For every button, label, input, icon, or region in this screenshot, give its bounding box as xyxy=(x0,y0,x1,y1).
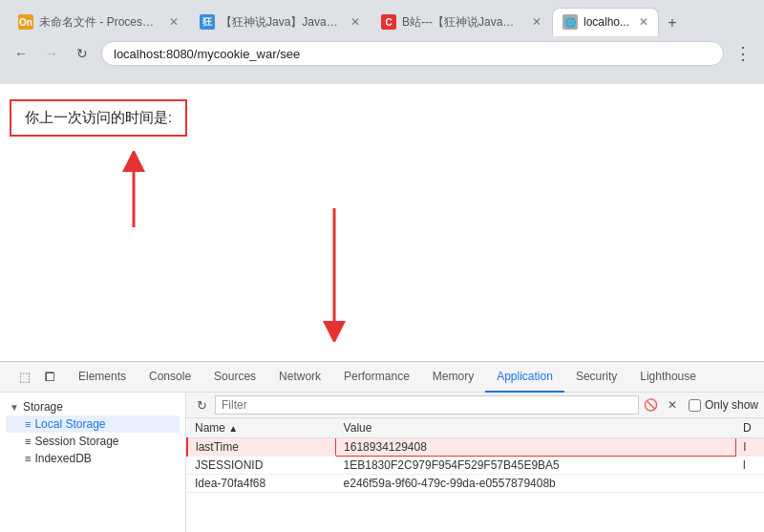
devtools-tab-lighthouse[interactable]: Lighthouse xyxy=(628,362,708,393)
indexeddb-icon: ≡ xyxy=(25,453,31,464)
devtools-tab-application[interactable]: Application xyxy=(485,362,564,393)
col-d-header[interactable]: D xyxy=(735,418,764,438)
url-bar[interactable]: localhost:8080/mycookie_war/see xyxy=(101,41,724,66)
tab-icon-processson: On xyxy=(18,14,33,30)
devtools-tab-sources[interactable]: Sources xyxy=(202,362,267,393)
table-row[interactable]: JSESSIONID1EB1830F2C979F954F529F57B45E9B… xyxy=(187,457,764,475)
tab-localhost[interactable]: 🌐 localho... ✕ xyxy=(552,8,659,36)
tab-icon-java1: 狂 xyxy=(200,14,215,30)
address-bar: ← → ↻ localhost:8080/mycookie_war/see ⋮ xyxy=(0,36,764,71)
arrow-up-decoration xyxy=(96,151,172,237)
indexeddb-label: IndexedDB xyxy=(34,452,91,465)
cell-value: e246f59a-9f60-479c-99da-e0557879408b xyxy=(336,475,735,493)
tab-label-bilibili: B站---【狂神说Java】JavaWeb... xyxy=(402,14,522,31)
cell-value: 1618934129408 xyxy=(336,438,735,457)
devtools-element-picker[interactable]: ⬚ xyxy=(15,368,34,387)
local-storage-label: Local Storage xyxy=(34,417,105,431)
devtools-toolbar: ↻ 🚫 ✕ Only show xyxy=(186,393,764,418)
url-text: localhost:8080/mycookie_war/see xyxy=(114,47,300,61)
cell-name: Idea-70fa4f68 xyxy=(187,475,336,493)
tab-label-java1: 【狂神说Java】JavaWeb入门到... xyxy=(221,14,341,31)
filter-input[interactable] xyxy=(215,395,639,415)
refresh-button[interactable]: ↻ xyxy=(71,42,94,65)
tab-close-bilibili[interactable]: ✕ xyxy=(532,15,541,29)
tab-close-java1[interactable]: ✕ xyxy=(350,15,360,29)
devtools-tab-security[interactable]: Security xyxy=(564,362,628,393)
cell-name: lastTime xyxy=(187,438,336,457)
local-storage-icon: ≡ xyxy=(25,418,31,430)
cell-d: l xyxy=(735,457,764,475)
col-value-header[interactable]: Value xyxy=(336,418,735,438)
browser-menu-button[interactable]: ⋮ xyxy=(732,42,754,65)
devtools-tab-console[interactable]: Console xyxy=(138,362,202,393)
devtools-panel: ⬚ ⧠ Elements Console Sources Network Per… xyxy=(0,361,764,532)
tab-icon-bilibili: C xyxy=(381,14,396,30)
cell-d: l xyxy=(735,438,764,457)
storage-chevron: ▼ xyxy=(10,402,19,413)
arrow-down-decoration xyxy=(296,199,372,342)
only-show-label: Only show xyxy=(705,398,758,412)
forward-button[interactable]: → xyxy=(40,42,63,65)
table-row[interactable]: lastTime1618934129408l xyxy=(187,438,764,457)
storage-section-header[interactable]: ▼ Storage xyxy=(6,398,180,415)
storage-table-area: Name Value D lastTime1618934129408lJSESS… xyxy=(186,418,764,532)
clear-icon[interactable]: ✕ xyxy=(664,396,681,414)
tab-close-localhost[interactable]: ✕ xyxy=(639,15,648,29)
session-storage-icon: ≡ xyxy=(25,436,31,447)
tab-label-localhost: localho... xyxy=(584,15,629,29)
cell-d xyxy=(735,475,764,493)
browser-chrome: On 未命名文件 - ProcessOn ✕ 狂 【狂神说Java】JavaWe… xyxy=(0,0,764,84)
tab-processson[interactable]: On 未命名文件 - ProcessOn ✕ xyxy=(8,8,189,36)
last-visit-text: 你上一次访问的时间是: xyxy=(25,109,172,125)
tab-java1[interactable]: 狂 【狂神说Java】JavaWeb入门到... ✕ xyxy=(189,8,371,36)
storage-section: ▼ Storage ≡ Local Storage ≡ Session Stor… xyxy=(0,396,185,469)
refresh-storage-button[interactable]: ↻ xyxy=(192,395,211,415)
cell-name: JSESSIONID xyxy=(187,457,336,475)
block-icon[interactable]: 🚫 xyxy=(643,396,660,414)
devtools-device-toggle[interactable]: ⧠ xyxy=(40,368,59,387)
last-visit-box: 你上一次访问的时间是: xyxy=(10,99,187,137)
devtools-sidebar: ▼ Storage ≡ Local Storage ≡ Session Stor… xyxy=(0,393,186,532)
storage-section-label: Storage xyxy=(23,400,63,414)
devtools-main-panel: ↻ 🚫 ✕ Only show Name xyxy=(186,393,764,532)
devtools-sidebar-icons: ⬚ ⧠ xyxy=(8,368,67,387)
new-tab-button[interactable]: + xyxy=(659,10,686,36)
devtools-tab-memory[interactable]: Memory xyxy=(421,362,485,393)
sidebar-item-indexeddb[interactable]: ≡ IndexedDB xyxy=(6,450,180,467)
tab-label-processson: 未命名文件 - ProcessOn xyxy=(39,14,159,31)
sidebar-item-session-storage[interactable]: ≡ Session Storage xyxy=(6,433,180,450)
devtools-tab-bar: ⬚ ⧠ Elements Console Sources Network Per… xyxy=(0,362,764,393)
tab-bar: On 未命名文件 - ProcessOn ✕ 狂 【狂神说Java】JavaWe… xyxy=(0,0,764,36)
col-name-header[interactable]: Name xyxy=(187,418,336,438)
table-row[interactable]: Idea-70fa4f68e246f59a-9f60-479c-99da-e05… xyxy=(187,475,764,493)
devtools-tab-performance[interactable]: Performance xyxy=(332,362,421,393)
session-storage-label: Session Storage xyxy=(34,435,118,448)
storage-table: Name Value D lastTime1618934129408lJSESS… xyxy=(186,418,764,493)
back-button[interactable]: ← xyxy=(10,42,32,65)
devtools-body: ▼ Storage ≡ Local Storage ≡ Session Stor… xyxy=(0,393,764,532)
tab-close-processson[interactable]: ✕ xyxy=(169,15,179,29)
tab-bilibili[interactable]: C B站---【狂神说Java】JavaWeb... ✕ xyxy=(371,8,552,36)
page-content: 你上一次访问的时间是: xyxy=(0,84,764,361)
devtools-tab-elements[interactable]: Elements xyxy=(67,362,138,393)
devtools-tab-network[interactable]: Network xyxy=(267,362,332,393)
tab-icon-localhost: 🌐 xyxy=(562,14,578,30)
sidebar-item-local-storage[interactable]: ≡ Local Storage xyxy=(6,415,180,433)
toolbar-action-icons: 🚫 ✕ Only show xyxy=(643,396,758,414)
cell-value: 1EB1830F2C979F954F529F57B45E9BA5 xyxy=(336,457,735,475)
only-show-checkbox[interactable] xyxy=(689,399,701,412)
